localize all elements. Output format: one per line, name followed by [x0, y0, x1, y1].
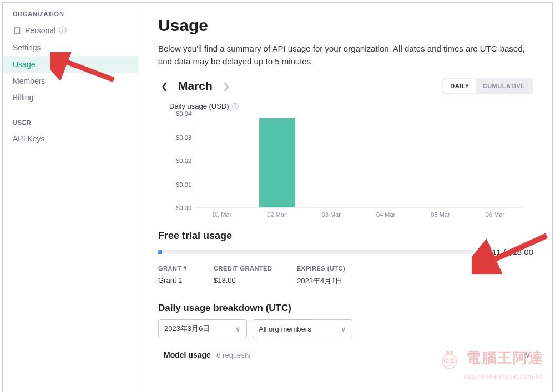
- info-icon: ⓘ: [59, 26, 67, 35]
- model-usage-label: Model usage: [164, 350, 211, 359]
- grant-cell: 2023年4月1日: [297, 276, 397, 286]
- free-trial-title: Free trial usage: [158, 230, 533, 242]
- main-content: Usage Below you'll find a summary of API…: [139, 3, 552, 392]
- model-usage-row[interactable]: Model usage 0 requests ∨: [158, 345, 533, 360]
- svg-rect-0: [14, 28, 19, 34]
- x-axis: 01 Mar02 Mar03 Mar04 Mar05 Mar06 Mar: [195, 208, 522, 218]
- sidebar: ORGANIZATION Personal ⓘ Settings Usage M…: [3, 3, 139, 392]
- chevron-down-icon: ∨: [524, 349, 531, 360]
- bar-slot: [468, 114, 522, 207]
- grant-col-expires: EXPIRES (UTC): [297, 265, 397, 272]
- x-tick: 04 Mar: [359, 208, 413, 218]
- date-select-value: 2023年3月6日: [164, 324, 210, 334]
- plot-area: [195, 114, 522, 208]
- sidebar-item-label: API Keys: [13, 134, 45, 143]
- bar-slot: [304, 114, 359, 207]
- bar-slot: [413, 114, 468, 207]
- sidebar-item-billing[interactable]: Billing: [3, 89, 139, 106]
- x-tick: 05 Mar: [413, 208, 467, 218]
- sidebar-item-members[interactable]: Members: [3, 73, 139, 89]
- sidebar-item-label: Settings: [13, 43, 41, 52]
- member-select-value: All org members: [259, 325, 311, 333]
- x-tick: 03 Mar: [304, 208, 359, 218]
- member-select[interactable]: All org members ∨: [253, 319, 352, 338]
- sidebar-item-settings[interactable]: Settings: [3, 39, 139, 56]
- page-title: Usage: [158, 16, 533, 35]
- view-toggle: DAILY CUMULATIVE: [442, 78, 533, 94]
- grant-col-num: GRANT #: [158, 265, 214, 272]
- page-description: Below you'll find a summary of API usage…: [158, 43, 533, 68]
- grant-col-credit: CREDIT GRANTED: [214, 265, 297, 272]
- bar-slot: [195, 114, 250, 207]
- table-row: Grant 1 $18.00 2023年4月1日: [158, 274, 533, 288]
- sidebar-item-label: Usage: [13, 60, 35, 69]
- sidebar-user-label: USER: [3, 119, 139, 130]
- free-trial-progress-track: [158, 250, 473, 254]
- month-nav: ❮ March ❯: [158, 79, 233, 93]
- month-name: March: [178, 79, 213, 93]
- x-tick: 02 Mar: [249, 208, 304, 218]
- date-select[interactable]: 2023年3月6日 ∨: [158, 319, 247, 338]
- request-count: 0 requests: [216, 351, 250, 359]
- info-icon: ⓘ: [232, 103, 239, 110]
- x-tick: 01 Mar: [195, 208, 249, 218]
- sidebar-org-label: ORGANIZATION: [3, 11, 139, 22]
- next-month-button[interactable]: ❯: [220, 80, 233, 92]
- breakdown-title: Daily usage breakdown (UTC): [158, 303, 533, 314]
- sidebar-item-usage[interactable]: Usage: [3, 56, 139, 73]
- free-trial-progress-fill: [158, 250, 162, 254]
- building-icon: [13, 26, 22, 35]
- usage-chart: Daily usage (USD) ⓘ $0.04 $0.03 $0.02 $0…: [158, 96, 533, 220]
- y-axis: $0.04 $0.03 $0.02 $0.01 $0.00: [169, 114, 195, 208]
- bar-slot: [250, 114, 304, 207]
- bar-slot: [359, 114, 413, 207]
- bar: [259, 118, 295, 207]
- grant-cell: Grant 1: [158, 276, 214, 286]
- chart-title-text: Daily usage (USD): [169, 102, 229, 110]
- toggle-daily[interactable]: DAILY: [443, 79, 476, 93]
- sidebar-item-api-keys[interactable]: API Keys: [3, 130, 139, 147]
- sidebar-item-label: Billing: [13, 93, 33, 102]
- free-trial-section: Free trial usage $0.11 / $18.00 GRANT # …: [158, 230, 533, 288]
- grant-table: GRANT # CREDIT GRANTED EXPIRES (UTC) Gra…: [158, 265, 533, 288]
- chevron-down-icon: ∨: [341, 325, 346, 333]
- sidebar-item-personal[interactable]: Personal ⓘ: [3, 22, 139, 39]
- grant-cell: $18.00: [214, 276, 297, 286]
- sidebar-item-label: Personal: [25, 26, 56, 35]
- free-trial-amount: $0.11 / $18.00: [480, 247, 533, 257]
- sidebar-item-label: Members: [13, 77, 45, 85]
- prev-month-button[interactable]: ❮: [158, 80, 170, 92]
- chevron-down-icon: ∨: [235, 325, 241, 333]
- toggle-cumulative[interactable]: CUMULATIVE: [476, 79, 532, 93]
- x-tick: 06 Mar: [468, 208, 522, 218]
